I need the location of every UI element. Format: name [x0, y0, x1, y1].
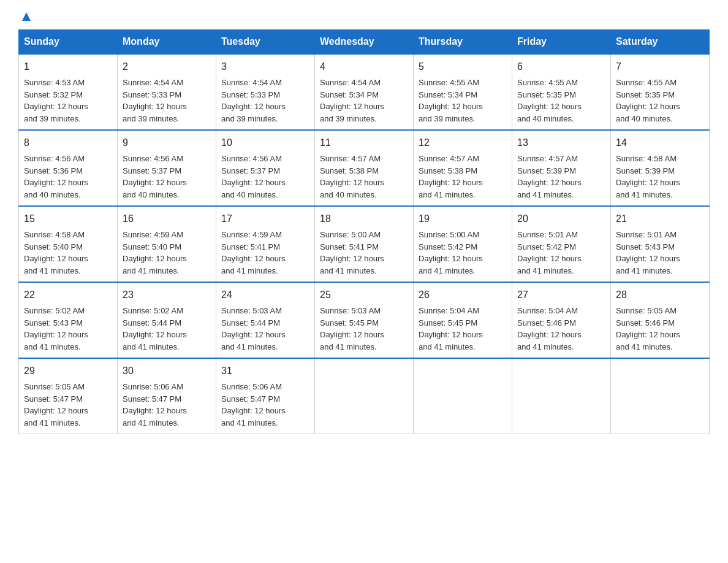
day-info: Sunrise: 5:00 AMSunset: 5:41 PMDaylight:… [320, 230, 384, 275]
calendar-day-cell: 28 Sunrise: 5:05 AMSunset: 5:46 PMDaylig… [611, 282, 710, 358]
day-number: 22 [24, 288, 112, 302]
day-info: Sunrise: 5:00 AMSunset: 5:42 PMDaylight:… [419, 230, 483, 275]
day-number: 26 [419, 288, 507, 302]
day-number: 25 [320, 288, 408, 302]
day-info: Sunrise: 5:03 AMSunset: 5:44 PMDaylight:… [221, 306, 286, 351]
calendar-day-cell: 31 Sunrise: 5:06 AMSunset: 5:47 PMDaylig… [216, 358, 315, 434]
day-info: Sunrise: 5:04 AMSunset: 5:45 PMDaylight:… [419, 306, 483, 351]
day-number: 21 [616, 212, 704, 226]
day-info: Sunrise: 4:53 AMSunset: 5:32 PMDaylight:… [24, 78, 88, 123]
day-number: 18 [320, 212, 408, 226]
day-number: 3 [221, 59, 309, 74]
day-info: Sunrise: 4:57 AMSunset: 5:38 PMDaylight:… [320, 154, 384, 199]
day-number: 17 [221, 212, 309, 226]
calendar-day-cell: 13 Sunrise: 4:57 AMSunset: 5:39 PMDaylig… [512, 130, 611, 206]
day-number: 5 [419, 59, 507, 74]
calendar-day-cell [414, 358, 512, 434]
calendar-header-friday: Friday [512, 30, 611, 55]
calendar-day-cell: 19 Sunrise: 5:00 AMSunset: 5:42 PMDaylig… [414, 206, 512, 282]
day-number: 20 [517, 212, 605, 226]
calendar-header-tuesday: Tuesday [216, 30, 315, 55]
day-info: Sunrise: 5:06 AMSunset: 5:47 PMDaylight:… [221, 382, 286, 427]
calendar-day-cell: 6 Sunrise: 4:55 AMSunset: 5:35 PMDayligh… [512, 54, 611, 130]
day-info: Sunrise: 5:04 AMSunset: 5:46 PMDaylight:… [517, 306, 582, 351]
calendar-day-cell: 25 Sunrise: 5:03 AMSunset: 5:45 PMDaylig… [315, 282, 414, 358]
calendar-day-cell: 8 Sunrise: 4:56 AMSunset: 5:36 PMDayligh… [19, 130, 118, 206]
calendar-day-cell [611, 358, 710, 434]
logo-triangle-icon [20, 10, 33, 23]
day-info: Sunrise: 5:05 AMSunset: 5:47 PMDaylight:… [24, 382, 88, 427]
day-info: Sunrise: 4:54 AMSunset: 5:34 PMDaylight:… [320, 78, 384, 123]
calendar-day-cell: 17 Sunrise: 4:59 AMSunset: 5:41 PMDaylig… [216, 206, 315, 282]
day-info: Sunrise: 4:58 AMSunset: 5:39 PMDaylight:… [616, 154, 680, 199]
day-info: Sunrise: 5:05 AMSunset: 5:46 PMDaylight:… [616, 306, 680, 351]
day-number: 1 [24, 59, 112, 74]
calendar-week-row: 8 Sunrise: 4:56 AMSunset: 5:36 PMDayligh… [19, 130, 710, 206]
calendar-day-cell: 20 Sunrise: 5:01 AMSunset: 5:42 PMDaylig… [512, 206, 611, 282]
calendar-day-cell: 7 Sunrise: 4:55 AMSunset: 5:35 PMDayligh… [611, 54, 710, 130]
day-info: Sunrise: 4:55 AMSunset: 5:35 PMDaylight:… [517, 78, 582, 123]
calendar-day-cell: 9 Sunrise: 4:56 AMSunset: 5:37 PMDayligh… [118, 130, 216, 206]
calendar-week-row: 29 Sunrise: 5:05 AMSunset: 5:47 PMDaylig… [19, 358, 710, 434]
calendar-day-cell: 30 Sunrise: 5:06 AMSunset: 5:47 PMDaylig… [118, 358, 216, 434]
day-number: 16 [123, 212, 211, 226]
day-number: 2 [123, 59, 211, 74]
calendar-day-cell: 4 Sunrise: 4:54 AMSunset: 5:34 PMDayligh… [315, 54, 414, 130]
day-number: 30 [123, 364, 211, 378]
calendar-day-cell: 12 Sunrise: 4:57 AMSunset: 5:38 PMDaylig… [414, 130, 512, 206]
day-number: 14 [616, 136, 704, 150]
day-info: Sunrise: 4:59 AMSunset: 5:40 PMDaylight:… [123, 230, 187, 275]
calendar-day-cell: 1 Sunrise: 4:53 AMSunset: 5:32 PMDayligh… [19, 54, 118, 130]
day-info: Sunrise: 4:55 AMSunset: 5:35 PMDaylight:… [616, 78, 680, 123]
day-number: 15 [24, 212, 112, 226]
calendar-day-cell [315, 358, 414, 434]
calendar-day-cell: 21 Sunrise: 5:01 AMSunset: 5:43 PMDaylig… [611, 206, 710, 282]
logo [18, 12, 33, 23]
calendar-day-cell: 24 Sunrise: 5:03 AMSunset: 5:44 PMDaylig… [216, 282, 315, 358]
day-info: Sunrise: 5:03 AMSunset: 5:45 PMDaylight:… [320, 306, 384, 351]
day-info: Sunrise: 4:56 AMSunset: 5:37 PMDaylight:… [221, 154, 286, 199]
day-info: Sunrise: 5:02 AMSunset: 5:43 PMDaylight:… [24, 306, 88, 351]
calendar-header-saturday: Saturday [611, 30, 710, 55]
calendar-day-cell: 27 Sunrise: 5:04 AMSunset: 5:46 PMDaylig… [512, 282, 611, 358]
calendar-header-wednesday: Wednesday [315, 30, 414, 55]
day-info: Sunrise: 5:01 AMSunset: 5:43 PMDaylight:… [616, 230, 680, 275]
calendar-header-row: SundayMondayTuesdayWednesdayThursdayFrid… [19, 30, 710, 55]
day-number: 7 [616, 59, 704, 74]
day-number: 11 [320, 136, 408, 150]
day-number: 13 [517, 136, 605, 150]
calendar-day-cell: 23 Sunrise: 5:02 AMSunset: 5:44 PMDaylig… [118, 282, 216, 358]
day-number: 27 [517, 288, 605, 302]
day-info: Sunrise: 5:06 AMSunset: 5:47 PMDaylight:… [123, 382, 187, 427]
day-number: 12 [419, 136, 507, 150]
calendar-header-thursday: Thursday [414, 30, 512, 55]
day-number: 8 [24, 136, 112, 150]
calendar-week-row: 22 Sunrise: 5:02 AMSunset: 5:43 PMDaylig… [19, 282, 710, 358]
calendar-day-cell: 14 Sunrise: 4:58 AMSunset: 5:39 PMDaylig… [611, 130, 710, 206]
calendar-day-cell: 5 Sunrise: 4:55 AMSunset: 5:34 PMDayligh… [414, 54, 512, 130]
day-number: 10 [221, 136, 309, 150]
calendar-day-cell [512, 358, 611, 434]
day-info: Sunrise: 4:57 AMSunset: 5:38 PMDaylight:… [419, 154, 483, 199]
calendar-day-cell: 22 Sunrise: 5:02 AMSunset: 5:43 PMDaylig… [19, 282, 118, 358]
calendar-table: SundayMondayTuesdayWednesdayThursdayFrid… [18, 29, 710, 434]
calendar-day-cell: 3 Sunrise: 4:54 AMSunset: 5:33 PMDayligh… [216, 54, 315, 130]
day-info: Sunrise: 4:55 AMSunset: 5:34 PMDaylight:… [419, 78, 483, 123]
calendar-day-cell: 26 Sunrise: 5:04 AMSunset: 5:45 PMDaylig… [414, 282, 512, 358]
calendar-day-cell: 10 Sunrise: 4:56 AMSunset: 5:37 PMDaylig… [216, 130, 315, 206]
day-number: 31 [221, 364, 309, 378]
day-number: 4 [320, 59, 408, 74]
day-info: Sunrise: 4:56 AMSunset: 5:36 PMDaylight:… [24, 154, 88, 199]
calendar-header-monday: Monday [118, 30, 216, 55]
day-number: 29 [24, 364, 112, 378]
header [18, 12, 710, 23]
day-info: Sunrise: 4:59 AMSunset: 5:41 PMDaylight:… [221, 230, 286, 275]
calendar-day-cell: 29 Sunrise: 5:05 AMSunset: 5:47 PMDaylig… [19, 358, 118, 434]
svg-marker-0 [22, 12, 31, 21]
calendar-day-cell: 11 Sunrise: 4:57 AMSunset: 5:38 PMDaylig… [315, 130, 414, 206]
day-info: Sunrise: 4:58 AMSunset: 5:40 PMDaylight:… [24, 230, 88, 275]
calendar-week-row: 15 Sunrise: 4:58 AMSunset: 5:40 PMDaylig… [19, 206, 710, 282]
calendar-day-cell: 15 Sunrise: 4:58 AMSunset: 5:40 PMDaylig… [19, 206, 118, 282]
calendar-week-row: 1 Sunrise: 4:53 AMSunset: 5:32 PMDayligh… [19, 54, 710, 130]
day-info: Sunrise: 5:01 AMSunset: 5:42 PMDaylight:… [517, 230, 582, 275]
